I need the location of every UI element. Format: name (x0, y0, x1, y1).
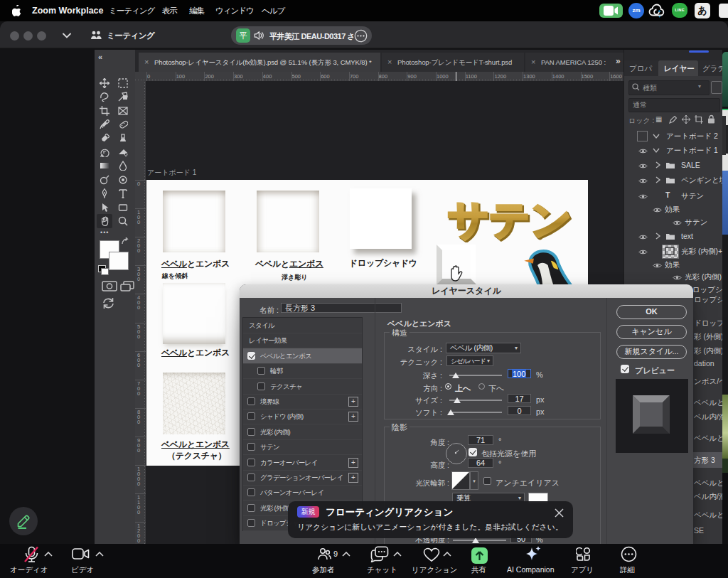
svg-text:サテン: サテン (448, 197, 572, 242)
